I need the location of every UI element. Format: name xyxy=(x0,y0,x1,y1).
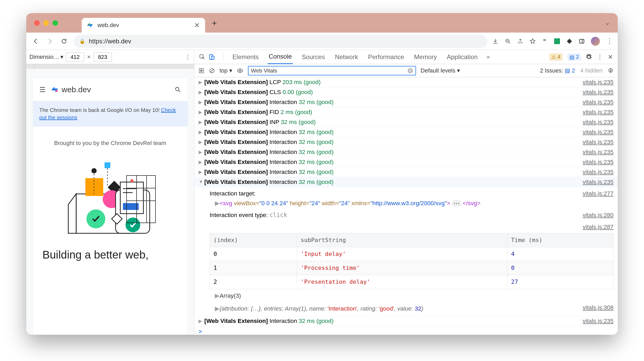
settings-icon[interactable] xyxy=(586,54,592,60)
extensions-icon[interactable] xyxy=(566,38,573,44)
menu-icon[interactable]: ☰ xyxy=(39,86,45,94)
svg-rect-30 xyxy=(212,56,214,59)
source-link[interactable]: vitals.js:277 xyxy=(583,189,614,198)
download-icon[interactable] xyxy=(492,38,498,44)
rendered-page: ☰ web.dev The Chrome team is back at Goo… xyxy=(33,78,188,335)
source-link[interactable]: vitals.js:235 xyxy=(583,129,614,136)
console-settings-icon[interactable] xyxy=(608,68,614,74)
bookmark-icon[interactable] xyxy=(529,38,536,44)
expand-toggle-icon[interactable]: ▶ xyxy=(199,129,202,135)
overflow-tabs-icon[interactable]: » xyxy=(487,54,490,60)
source-link[interactable]: vitals.js:280 xyxy=(583,210,614,220)
play-icon[interactable] xyxy=(199,68,204,74)
expand-toggle-icon[interactable]: ▶ xyxy=(199,159,202,165)
warnings-badge[interactable]: ⚠ 4 xyxy=(549,53,563,61)
extension-webvitals-icon[interactable] xyxy=(554,38,560,44)
source-link[interactable]: vitals.js:308 xyxy=(583,303,614,314)
expand-toggle-icon[interactable]: ▶ xyxy=(199,109,202,115)
clear-filter-icon[interactable]: ✕ xyxy=(408,68,413,73)
tab-close-icon[interactable]: ✕ xyxy=(194,21,200,29)
source-link[interactable]: vitals.js:235 xyxy=(583,79,614,86)
console-row[interactable]: ▶ [Web Vitals Extension] Interaction 32 … xyxy=(194,167,618,177)
webdev-logo[interactable]: web.dev xyxy=(51,85,91,94)
tab-sources[interactable]: Sources xyxy=(301,50,326,64)
tab-performance[interactable]: Performance xyxy=(367,50,405,64)
svg-rect-1 xyxy=(580,39,584,43)
expand-toggle-icon[interactable]: ▶ xyxy=(199,89,202,95)
minimize-window-button[interactable] xyxy=(43,20,49,26)
clear-console-icon[interactable] xyxy=(209,68,215,74)
console-row[interactable]: ▶ [Web Vitals Extension] Interaction 32 … xyxy=(194,97,618,107)
source-link[interactable]: vitals.js:235 xyxy=(583,139,614,146)
context-select[interactable]: top ▾ xyxy=(220,67,232,74)
maximize-window-button[interactable] xyxy=(53,20,58,26)
console-row[interactable]: ▶ [Web Vitals Extension] CLS 0.00 (good)… xyxy=(194,87,618,97)
address-bar[interactable]: 🔒 https://web.dev xyxy=(74,35,487,48)
log-level-select[interactable]: Default levels ▾ xyxy=(421,67,460,74)
browser-toolbar: 🔒 https://web.dev ⋮ xyxy=(26,33,618,50)
search-icon[interactable] xyxy=(174,86,181,93)
forward-button[interactable] xyxy=(45,37,55,46)
device-toggle-icon[interactable] xyxy=(209,54,215,60)
messages-badge[interactable]: ▤ 2 xyxy=(567,53,581,61)
expand-toggle-icon[interactable]: ▶ xyxy=(199,169,202,175)
tab-elements[interactable]: Elements xyxy=(231,50,260,64)
expand-toggle-icon[interactable]: ▼ xyxy=(199,179,202,185)
tab-memory[interactable]: Memory xyxy=(413,50,438,64)
console-row[interactable]: ▶ [Web Vitals Extension] FID 2 ms (good)… xyxy=(194,107,618,117)
hero-illustration xyxy=(33,152,188,244)
console-row[interactable]: ▶ [Web Vitals Extension] LCP 203 ms (goo… xyxy=(194,77,618,87)
device-height-input[interactable] xyxy=(94,52,112,62)
expand-toggle-icon[interactable]: ▶ xyxy=(199,99,202,105)
source-link[interactable]: vitals.js:235 xyxy=(583,318,614,324)
console-row[interactable]: ▶ [Web Vitals Extension] Interaction 32 … xyxy=(194,137,618,147)
source-link[interactable]: vitals.js:235 xyxy=(583,89,614,96)
favicon xyxy=(86,22,94,29)
device-width-input[interactable] xyxy=(66,52,84,62)
live-expr-icon[interactable] xyxy=(237,68,243,74)
tab-network[interactable]: Network xyxy=(334,50,359,64)
share-icon[interactable] xyxy=(517,38,523,44)
expand-toggle-icon[interactable]: ▶ xyxy=(199,119,202,125)
device-more-icon[interactable]: ⋮ xyxy=(185,53,191,61)
new-tab-button[interactable]: ＋ xyxy=(210,18,218,28)
issues-link[interactable]: 2 Issues: ▤ 2 xyxy=(540,67,575,74)
devtools-close-icon[interactable]: ✕ xyxy=(608,53,613,61)
device-select[interactable]: Dimensio… ▾ xyxy=(29,54,63,60)
source-link[interactable]: vitals.js:235 xyxy=(583,119,614,126)
source-link[interactable]: vitals.js:235 xyxy=(583,149,614,156)
expand-toggle-icon[interactable]: ▶ xyxy=(199,318,202,324)
kebab-menu-icon[interactable]: ⋮ xyxy=(606,37,613,45)
close-window-button[interactable] xyxy=(34,20,40,26)
source-link[interactable]: vitals.js:235 xyxy=(583,159,614,166)
console-row[interactable]: ▶ [Web Vitals Extension] Interaction 32 … xyxy=(194,127,618,137)
profile-avatar[interactable] xyxy=(591,37,600,46)
console-row[interactable]: ▶ [Web Vitals Extension] Interaction 32 … xyxy=(194,147,618,157)
reload-button[interactable] xyxy=(59,37,69,46)
console-row[interactable]: ▶ [Web Vitals Extension] INP 32 ms (good… xyxy=(194,117,618,127)
console-row[interactable]: ▼ [Web Vitals Extension] Interaction 32 … xyxy=(194,177,618,187)
expand-toggle-icon[interactable]: ▶ xyxy=(199,139,202,145)
console-filter-input[interactable]: Web Vitals ✕ xyxy=(248,66,416,75)
expand-toggle-icon[interactable]: ▶ xyxy=(199,149,202,155)
source-link[interactable]: vitals.js:235 xyxy=(583,169,614,176)
devtools-menu-icon[interactable]: ⋮ xyxy=(597,53,603,61)
source-link[interactable]: vitals.js:235 xyxy=(583,179,614,185)
tab-application[interactable]: Application xyxy=(446,50,479,64)
browser-tab[interactable]: web.dev ✕ xyxy=(82,18,205,33)
inspect-icon[interactable] xyxy=(199,54,206,60)
lead-text: Brought to you by the Chrome DevRel team xyxy=(33,127,188,152)
tabs-menu-icon[interactable]: ⌄ xyxy=(605,19,610,26)
back-button[interactable] xyxy=(31,37,40,46)
console-prompt[interactable]: > xyxy=(194,326,618,335)
source-link[interactable]: vitals.js:287 xyxy=(583,224,614,230)
source-link[interactable]: vitals.js:235 xyxy=(583,109,614,116)
flag-icon[interactable] xyxy=(542,38,548,44)
source-link[interactable]: vitals.js:235 xyxy=(583,99,614,106)
console-row[interactable]: ▶[Web Vitals Extension] Interaction 32 m… xyxy=(194,316,618,326)
console-row[interactable]: ▶ [Web Vitals Extension] Interaction 32 … xyxy=(194,157,618,167)
sidepanel-icon[interactable] xyxy=(579,38,585,44)
tab-console[interactable]: Console xyxy=(268,50,293,64)
zoom-icon[interactable] xyxy=(505,38,511,44)
expand-toggle-icon[interactable]: ▶ xyxy=(199,79,202,85)
